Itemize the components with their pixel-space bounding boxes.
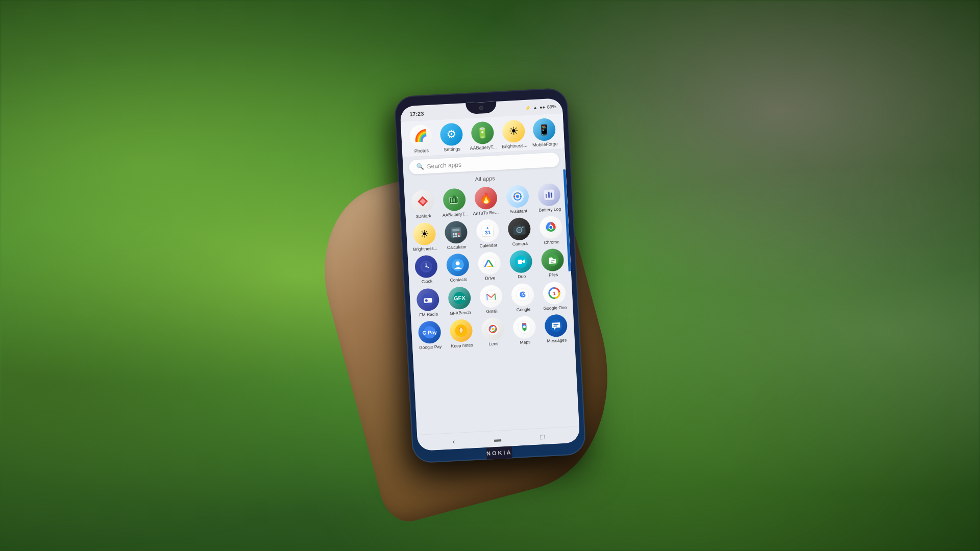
app-maps[interactable]: Maps — [509, 313, 540, 347]
googleone-icon: 1 — [543, 281, 566, 305]
app-googlepay[interactable]: G Pay Google Pay — [414, 318, 445, 353]
app-batterylog[interactable]: Battery Log — [534, 181, 565, 215]
calculator-icon — [444, 220, 468, 244]
nokia-brand: NOKIA — [486, 446, 512, 459]
settings-icon: ⚙ — [439, 122, 463, 146]
app-clock[interactable]: Clock — [411, 253, 442, 287]
app-assistant[interactable]: Assistant — [502, 182, 533, 216]
app-antutu[interactable]: 🔥 AnTuTu Ben... — [471, 184, 502, 218]
brightness-icon: ☀ — [412, 222, 436, 246]
settings-label: Settings — [444, 146, 460, 153]
maps-label: Maps — [520, 339, 530, 345]
app-contacts[interactable]: Contacts — [443, 251, 474, 285]
svg-rect-50 — [551, 262, 554, 263]
app-calendar[interactable]: 31 ▲ Calendar — [472, 217, 503, 251]
front-camera — [479, 106, 483, 110]
svg-line-62 — [495, 293, 496, 299]
duo-icon — [509, 250, 533, 273]
googlepay-icon: G Pay — [418, 320, 442, 344]
contacts-icon — [446, 254, 470, 277]
app-fmradio[interactable]: FM Radio — [412, 286, 444, 320]
recents-button[interactable]: □ — [540, 432, 545, 440]
batterylog-icon — [537, 183, 561, 207]
app-messages[interactable]: Messages — [541, 312, 572, 346]
svg-text:▲: ▲ — [486, 226, 489, 229]
svg-point-45 — [483, 257, 496, 270]
app-chrome[interactable]: Chrome — [535, 213, 567, 247]
recent-app-mobileforge[interactable]: 📱 MobileForge — [531, 118, 558, 148]
app-drive[interactable]: Drive — [474, 249, 505, 284]
app-files[interactable]: Files — [537, 246, 568, 280]
chrome-icon — [539, 216, 562, 239]
lens-icon — [481, 317, 504, 340]
app-duo[interactable]: Duo — [505, 248, 536, 282]
calendar-label: Calendar — [479, 242, 497, 248]
3dmark-icon — [411, 190, 434, 213]
scene: 17:23 ⚡ ▲ ●● 89% — [0, 0, 980, 551]
app-keepnotes[interactable]: Keep notes — [446, 316, 477, 350]
contacts-label: Contacts — [450, 277, 467, 283]
messages-label: Messages — [547, 337, 567, 343]
calendar-icon: 31 ▲ — [476, 219, 499, 242]
recent-app-settings[interactable]: ⚙ Settings — [438, 122, 465, 153]
app-drawer: 🌈 Photos ⚙ Settings — [401, 113, 579, 435]
duo-label: Duo — [518, 274, 526, 280]
status-time: 17:23 — [409, 110, 424, 117]
mobileforge-recent-label: MobileForge — [532, 141, 558, 148]
gmail-label: Gmail — [486, 308, 498, 314]
mobileforge-recent-icon: 📱 — [532, 118, 556, 141]
app-brightness[interactable]: ☀ Brightness... — [409, 220, 440, 254]
signal-icon: ▲ — [533, 105, 537, 110]
svg-text:GFX: GFX — [454, 294, 466, 301]
app-camera[interactable]: Camera — [504, 215, 535, 249]
calculator-label: Calculator — [447, 244, 467, 251]
brightness-recent-label: Brightness... — [502, 143, 527, 149]
googlepay-label: Google Pay — [419, 344, 442, 350]
app-lens[interactable]: Lens — [477, 315, 508, 349]
battery-indicator: 89% — [547, 104, 557, 110]
app-google[interactable]: G Google — [507, 281, 538, 315]
aabattery-recent-label: AABatteryT... — [470, 144, 497, 151]
antutu-icon: 🔥 — [474, 186, 498, 210]
chrome-label: Chrome — [544, 239, 559, 245]
svg-rect-4 — [456, 198, 457, 202]
brightness-recent-icon: ☀ — [502, 119, 525, 143]
app-3dmark[interactable]: 3DMark — [407, 187, 438, 221]
power-button[interactable] — [572, 174, 576, 215]
google-icon: G — [511, 283, 534, 306]
recent-app-brightness[interactable]: ☀ Brightness... — [500, 119, 527, 149]
hand-container: 17:23 ⚡ ▲ ●● 89% — [403, 92, 577, 459]
home-indicator[interactable]: ▬ — [494, 435, 501, 443]
app-gmail[interactable]: Gmail — [476, 282, 507, 316]
maps-icon — [512, 315, 536, 339]
antutu-label: AnTuTu Ben... — [473, 210, 500, 216]
svg-rect-16 — [452, 229, 459, 232]
app-calculator[interactable]: Calculator — [440, 218, 472, 253]
phone-shell: 17:23 ⚡ ▲ ●● 89% — [394, 88, 586, 464]
batterylog-label: Battery Log — [538, 207, 561, 213]
clock-label: Clock — [422, 279, 433, 284]
app-googleone[interactable]: 1 Google One — [539, 279, 570, 313]
gfxbench-label: GFXBench — [450, 310, 471, 316]
files-icon — [541, 248, 564, 272]
messages-icon — [544, 314, 568, 337]
app-aabattery[interactable]: AABatteryT... — [439, 186, 470, 220]
svg-line-61 — [487, 294, 487, 300]
recent-app-aabattery[interactable]: 🔋 AABatteryT... — [469, 121, 497, 151]
svg-text:31: 31 — [485, 230, 491, 236]
google-label: Google — [517, 307, 531, 313]
aabattery-recent-icon: 🔋 — [471, 121, 494, 144]
svg-rect-56 — [428, 301, 430, 302]
3dmark-label: 3DMark — [416, 213, 431, 219]
drive-label: Drive — [485, 276, 495, 281]
svg-text:G Pay: G Pay — [422, 329, 437, 335]
svg-rect-47 — [518, 260, 522, 264]
brightness-label: Brightness... — [413, 246, 437, 253]
photos-label: Photos — [414, 148, 429, 154]
back-button[interactable]: ‹ — [452, 437, 455, 445]
recent-app-photos[interactable]: 🌈 Photos — [407, 124, 434, 154]
camera-icon — [507, 217, 531, 241]
search-placeholder: Search apps — [427, 161, 461, 170]
assistant-label: Assistant — [509, 208, 527, 214]
app-gfxbench[interactable]: GFX GFXBench — [444, 284, 475, 318]
